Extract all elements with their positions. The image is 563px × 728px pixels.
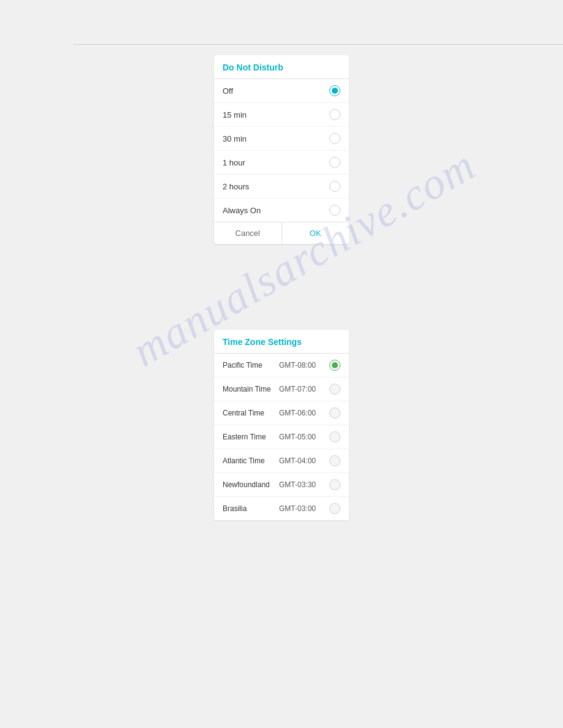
- tz-radio-pacific[interactable]: [329, 360, 340, 371]
- dnd-radio-30min[interactable]: [329, 133, 340, 144]
- dnd-radio-15min[interactable]: [329, 109, 340, 120]
- page-container: manualsarchive.com Do Not Disturb Off 15…: [0, 0, 563, 728]
- ok-button[interactable]: OK: [282, 222, 350, 244]
- dnd-option-15min[interactable]: 15 min: [214, 103, 349, 127]
- tz-central-offset: GMT-06:00: [279, 409, 316, 417]
- tz-radio-central[interactable]: [329, 408, 340, 419]
- dnd-option-alwayson[interactable]: Always On: [214, 199, 349, 222]
- tz-atlantic-name: Atlantic Time: [223, 457, 272, 465]
- tz-brasilia-name: Brasilia: [223, 504, 272, 513]
- dnd-radio-2hours[interactable]: [329, 181, 340, 192]
- timezone-card: Time Zone Settings Pacific Time GMT-08:0…: [214, 330, 349, 520]
- cancel-button[interactable]: Cancel: [214, 222, 282, 244]
- do-not-disturb-card: Do Not Disturb Off 15 min 30 min 1 hour …: [214, 55, 349, 244]
- tz-mountain-offset: GMT-07:00: [279, 385, 316, 393]
- tz-radio-newfoundland[interactable]: [329, 479, 340, 490]
- tz-title: Time Zone Settings: [214, 330, 349, 354]
- dnd-option-1hour[interactable]: 1 hour: [214, 151, 349, 175]
- tz-eastern-name: Eastern Time: [223, 433, 272, 441]
- tz-newfoundland-name: Newfoundland: [223, 480, 272, 489]
- dnd-options-list: Off 15 min 30 min 1 hour 2 hours Always …: [214, 79, 349, 222]
- dnd-option-1hour-label: 1 hour: [223, 158, 245, 167]
- tz-option-eastern[interactable]: Eastern Time GMT-05:00: [214, 425, 349, 449]
- dnd-radio-1hour[interactable]: [329, 157, 340, 168]
- tz-newfoundland-labels: Newfoundland GMT-03:30: [223, 480, 316, 489]
- tz-mountain-name: Mountain Time: [223, 385, 272, 393]
- dnd-title: Do Not Disturb: [214, 55, 349, 79]
- tz-central-name: Central Time: [223, 409, 272, 417]
- tz-pacific-name: Pacific Time: [223, 361, 272, 370]
- tz-radio-atlantic[interactable]: [329, 455, 340, 466]
- tz-eastern-labels: Eastern Time GMT-05:00: [223, 433, 316, 441]
- dnd-option-15min-label: 15 min: [223, 110, 247, 119]
- tz-pacific-offset: GMT-08:00: [279, 361, 316, 370]
- tz-brasilia-offset: GMT-03:00: [279, 504, 316, 513]
- dnd-option-2hours-label: 2 hours: [223, 182, 249, 191]
- tz-atlantic-labels: Atlantic Time GMT-04:00: [223, 457, 316, 465]
- tz-atlantic-offset: GMT-04:00: [279, 457, 316, 465]
- dnd-option-30min-label: 30 min: [223, 134, 247, 143]
- tz-newfoundland-offset: GMT-03:30: [279, 480, 316, 489]
- tz-option-newfoundland[interactable]: Newfoundland GMT-03:30: [214, 473, 349, 497]
- tz-eastern-offset: GMT-05:00: [279, 433, 316, 441]
- top-divider: [74, 44, 563, 45]
- tz-option-central[interactable]: Central Time GMT-06:00: [214, 401, 349, 425]
- dnd-option-off-label: Off: [223, 86, 233, 96]
- tz-brasilia-labels: Brasilia GMT-03:00: [223, 504, 316, 513]
- tz-mountain-labels: Mountain Time GMT-07:00: [223, 385, 316, 393]
- tz-pacific-labels: Pacific Time GMT-08:00: [223, 361, 316, 370]
- tz-central-labels: Central Time GMT-06:00: [223, 409, 316, 417]
- tz-option-brasilia[interactable]: Brasilia GMT-03:00: [214, 497, 349, 520]
- tz-option-atlantic[interactable]: Atlantic Time GMT-04:00: [214, 449, 349, 473]
- dnd-option-alwayson-label: Always On: [223, 206, 261, 215]
- tz-option-mountain[interactable]: Mountain Time GMT-07:00: [214, 377, 349, 401]
- dnd-action-row: Cancel OK: [214, 222, 349, 244]
- dnd-radio-off[interactable]: [329, 85, 340, 96]
- dnd-option-30min[interactable]: 30 min: [214, 127, 349, 151]
- dnd-radio-alwayson[interactable]: [329, 205, 340, 216]
- dnd-option-off[interactable]: Off: [214, 79, 349, 103]
- dnd-option-2hours[interactable]: 2 hours: [214, 175, 349, 199]
- tz-options-list: Pacific Time GMT-08:00 Mountain Time GMT…: [214, 354, 349, 520]
- tz-radio-eastern[interactable]: [329, 431, 340, 442]
- tz-radio-brasilia[interactable]: [329, 503, 340, 514]
- tz-radio-mountain[interactable]: [329, 384, 340, 395]
- tz-option-pacific[interactable]: Pacific Time GMT-08:00: [214, 354, 349, 377]
